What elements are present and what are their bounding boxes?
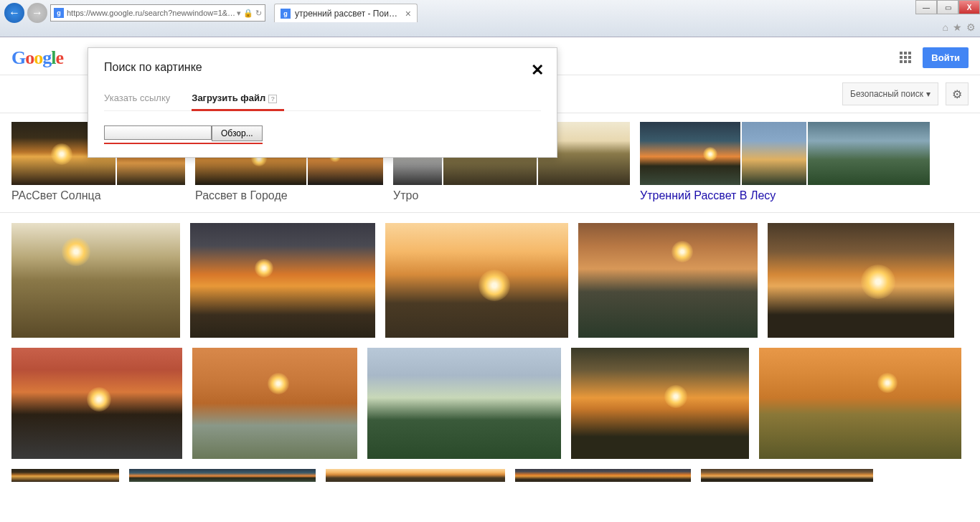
tab-url-label: Указать ссылку xyxy=(104,92,170,103)
dialog-tab-url[interactable]: Указать ссылку xyxy=(104,88,170,110)
logo-letter: o xyxy=(25,47,34,68)
image-result[interactable] xyxy=(192,348,357,459)
related-group: Утренний Рассвет В Лесу xyxy=(640,122,930,202)
image-results-grid-2 xyxy=(0,348,980,469)
image-results-grid-3 xyxy=(0,469,980,482)
safe-search-label: Безопасный поиск xyxy=(850,89,923,99)
dialog-close-button[interactable]: ✕ xyxy=(531,61,544,80)
minimize-label: — xyxy=(923,4,930,11)
gear-icon[interactable]: ⚙ xyxy=(966,22,976,33)
safe-search-dropdown[interactable]: Безопасный поиск ▾ xyxy=(842,82,938,105)
address-bar[interactable]: g https://www.google.ru/search?newwindow… xyxy=(50,4,265,22)
image-result[interactable] xyxy=(190,223,375,338)
star-icon[interactable]: ★ xyxy=(953,22,962,33)
google-logo[interactable]: Google xyxy=(11,47,63,69)
image-result[interactable] xyxy=(768,223,954,338)
tab-upload-label: Загрузить файл xyxy=(192,92,265,103)
image-results-grid xyxy=(0,213,980,348)
home-icon[interactable]: ⌂ xyxy=(943,22,948,33)
image-result[interactable] xyxy=(11,348,182,459)
apps-grid-icon[interactable] xyxy=(900,52,913,65)
browser-chrome: — ▭ X ← → g https://www.google.ru/search… xyxy=(0,0,980,37)
window-minimize-button[interactable]: — xyxy=(915,0,937,14)
image-result[interactable] xyxy=(11,223,180,338)
related-label[interactable]: Рассвет в Городе xyxy=(195,189,383,202)
image-result[interactable] xyxy=(385,223,568,338)
nav-back-button[interactable]: ← xyxy=(4,3,24,23)
image-result[interactable] xyxy=(759,348,961,459)
file-path-input[interactable] xyxy=(104,125,212,140)
related-thumb[interactable] xyxy=(640,122,740,185)
related-label[interactable]: Утренний Рассвет В Лесу xyxy=(640,189,930,202)
address-url: https://www.google.ru/search?newwindow=1… xyxy=(67,9,237,17)
logo-letter: e xyxy=(55,47,63,68)
related-thumb[interactable] xyxy=(742,122,806,185)
tab-close-icon[interactable]: × xyxy=(405,8,411,19)
logo-letter: g xyxy=(42,47,51,68)
tab-title: утренний рассвет - Поиск ... xyxy=(295,9,401,19)
window-maximize-button[interactable]: ▭ xyxy=(937,0,958,14)
image-result[interactable] xyxy=(11,469,119,482)
browser-tab[interactable]: g утренний рассвет - Поиск ... × xyxy=(274,4,418,22)
image-result[interactable] xyxy=(367,348,561,459)
favicon-icon: g xyxy=(54,8,64,18)
image-result[interactable] xyxy=(571,348,749,459)
chevron-down-icon: ▾ xyxy=(926,89,930,99)
window-close-button[interactable]: X xyxy=(958,0,980,14)
related-label[interactable]: Утро xyxy=(393,189,630,202)
search-by-image-dialog: Поиск по картинке ✕ Указать ссылку Загру… xyxy=(88,47,557,158)
settings-gear-button[interactable]: ⚙ xyxy=(946,82,969,105)
related-thumb[interactable] xyxy=(808,122,930,185)
browser-toolbar-icons: ⌂ ★ ⚙ xyxy=(943,22,976,33)
related-label[interactable]: РАсСвет Солнца xyxy=(11,189,185,202)
logo-letter: G xyxy=(11,47,25,68)
dialog-tab-upload[interactable]: Загрузить файл? xyxy=(192,88,277,110)
dialog-title: Поиск по картинке xyxy=(104,61,541,74)
logo-letter: o xyxy=(34,47,42,68)
image-result[interactable] xyxy=(326,469,505,482)
signin-button[interactable]: Войти xyxy=(923,47,969,68)
image-result[interactable] xyxy=(701,469,873,482)
browse-button[interactable]: Обзор... xyxy=(212,125,263,141)
help-icon[interactable]: ? xyxy=(268,95,277,103)
address-icons: ▾ 🔒 ↻ xyxy=(237,9,262,18)
maximize-label: ▭ xyxy=(945,4,951,11)
image-result[interactable] xyxy=(578,223,758,338)
close-label: X xyxy=(967,4,972,11)
image-result[interactable] xyxy=(515,469,691,482)
tab-favicon-icon: g xyxy=(281,9,291,19)
image-result[interactable] xyxy=(129,469,316,482)
nav-forward-button[interactable]: → xyxy=(27,3,47,23)
